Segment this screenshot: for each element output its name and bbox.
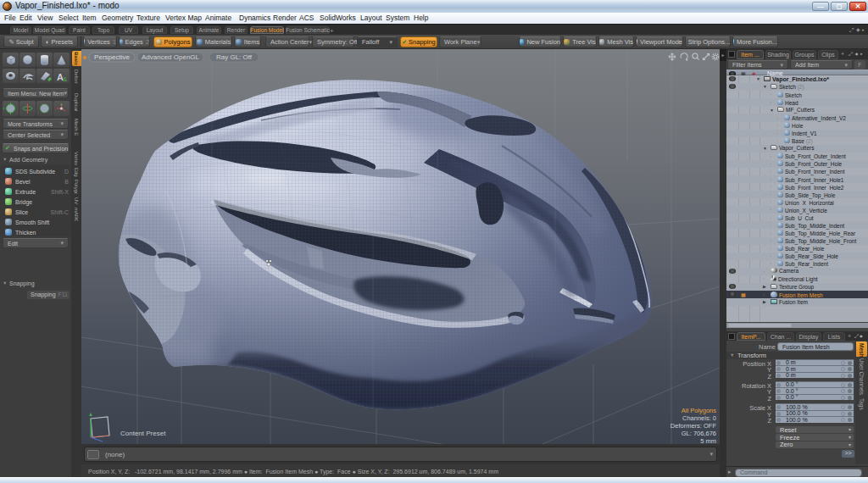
svg-text:Channels: 0: Channels: 0 (682, 414, 716, 422)
svg-text:5 mm: 5 mm (700, 437, 716, 444)
svg-text:All Polygons: All Polygons (682, 407, 717, 414)
svg-text:Deformers: OFF: Deformers: OFF (670, 422, 717, 430)
svg-text:Content Preset: Content Preset (120, 430, 166, 437)
svg-text:GL: 706,676: GL: 706,676 (682, 430, 716, 437)
svg-text:Ray GL: Off: Ray GL: Off (216, 53, 253, 61)
svg-text:Perspective: Perspective (94, 53, 130, 61)
svg-text:&: & (63, 75, 68, 83)
svg-text:Advanced OpenGL: Advanced OpenGL (142, 53, 200, 61)
